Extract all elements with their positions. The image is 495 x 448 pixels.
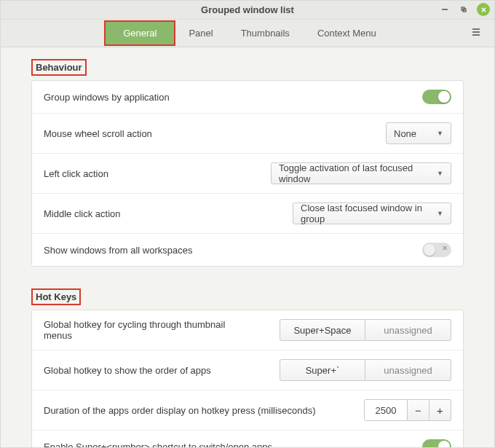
hotkey-secondary-input[interactable]: unassigned — [365, 319, 451, 341]
behaviour-card: Group windows by application Mouse wheel… — [31, 80, 464, 267]
row-cycle-thumb: Global hotkey for cycling through thumbn… — [32, 310, 463, 350]
close-button[interactable] — [477, 3, 490, 16]
chevron-down-icon: ▼ — [437, 130, 443, 137]
combo-mouse-wheel-value: None — [394, 128, 416, 139]
row-mouse-wheel: Mouse wheel scroll action None ▼ — [32, 114, 463, 154]
label-all-workspaces: Show windows from all workspaces — [44, 245, 413, 256]
titlebar: Grouped window list — [1, 1, 494, 20]
combo-mouse-wheel[interactable]: None ▼ — [386, 122, 451, 144]
tab-panel[interactable]: Panel — [175, 21, 226, 45]
row-group-by-app: Group windows by application — [32, 81, 463, 114]
hotkeys-card: Global hotkey for cycling through thumbn… — [31, 310, 464, 447]
settings-window: Grouped window list General Panel Thumbn… — [0, 0, 495, 448]
tab-bar: General Panel Thumbnails Context Menu — [1, 20, 494, 47]
window-title: Grouped window list — [201, 4, 294, 15]
row-middle-click: Middle click action Close last focused w… — [32, 194, 463, 234]
hamburger-menu-icon[interactable] — [471, 27, 484, 40]
hotkey-group-cycle-thumb: Super+Space unassigned — [280, 319, 451, 341]
toggle-group-by-app[interactable] — [422, 90, 451, 104]
increment-button[interactable]: + — [429, 399, 451, 421]
label-mouse-wheel: Mouse wheel scroll action — [44, 128, 377, 139]
tab-thumbnails[interactable]: Thumbnails — [227, 21, 304, 45]
toggle-super-number[interactable] — [422, 439, 451, 447]
decrement-button[interactable]: − — [408, 399, 429, 421]
minimize-button[interactable] — [439, 4, 451, 15]
row-all-workspaces: Show windows from all workspaces ✕ — [32, 234, 463, 266]
label-cycle-thumb: Global hotkey for cycling through thumbn… — [44, 319, 233, 341]
hotkey-group-show-order: Super+` unassigned — [280, 359, 451, 381]
hotkey-secondary-input[interactable]: unassigned — [365, 359, 451, 381]
hotkey-primary-input[interactable]: Super+Space — [280, 319, 365, 341]
row-show-order: Global hotkey to show the order of apps … — [32, 350, 463, 390]
toggle-all-workspaces[interactable]: ✕ — [422, 243, 451, 257]
chevron-down-icon: ▼ — [437, 170, 443, 177]
content-area: Behaviour Group windows by application M… — [1, 47, 494, 447]
label-middle-click: Middle click action — [44, 208, 284, 219]
maximize-button[interactable] — [458, 4, 470, 15]
combo-left-click-value: Toggle activation of last focused window — [279, 162, 429, 184]
row-duration: Duration of the apps order display on ho… — [32, 390, 463, 431]
combo-middle-click[interactable]: Close last focused window in group ▼ — [293, 203, 451, 224]
label-duration: Duration of the apps order display on ho… — [44, 405, 355, 416]
label-show-order: Global hotkey to show the order of apps — [44, 365, 271, 376]
label-left-click: Left click action — [44, 168, 262, 179]
row-super-number: Enable Super+<number> shortcut to switch… — [32, 431, 463, 447]
chevron-down-icon: ▼ — [437, 210, 443, 217]
tab-context-menu[interactable]: Context Menu — [304, 21, 390, 45]
hotkey-primary-input[interactable]: Super+` — [280, 359, 365, 381]
label-group-by-app: Group windows by application — [44, 92, 413, 103]
combo-middle-click-value: Close last focused window in group — [301, 203, 429, 224]
tab-general[interactable]: General — [105, 21, 175, 45]
label-super-number: Enable Super+<number> shortcut to switch… — [44, 441, 413, 448]
duration-input[interactable] — [364, 399, 408, 421]
row-left-click: Left click action Toggle activation of l… — [32, 154, 463, 194]
duration-spinner: − + — [364, 399, 451, 421]
section-heading-hotkeys: Hot Keys — [31, 288, 81, 305]
window-controls — [439, 3, 490, 16]
section-heading-behaviour: Behaviour — [31, 59, 87, 76]
combo-left-click[interactable]: Toggle activation of last focused window… — [271, 162, 451, 184]
